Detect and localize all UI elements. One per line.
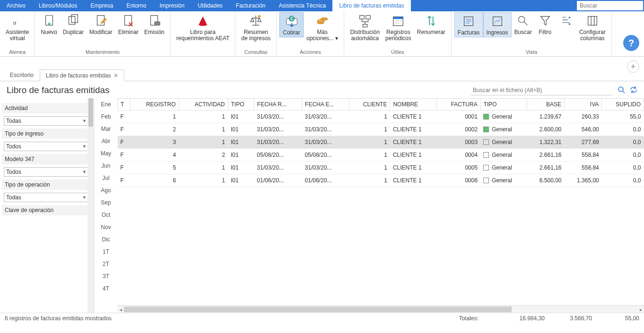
menu-item[interactable]: Asistencia Técnica bbox=[272, 0, 333, 11]
table-row[interactable]: F42I0105/08/20...05/08/20...1CLIENTE 100… bbox=[118, 149, 644, 162]
filter-select[interactable]: Todas▼ bbox=[4, 193, 89, 202]
dist-icon bbox=[357, 13, 373, 28]
column-header[interactable]: REGISTRO bbox=[131, 99, 179, 111]
month-filter[interactable]: Ago bbox=[99, 186, 113, 195]
ribbon-scales-button[interactable]: Resumen de ingresos bbox=[238, 12, 273, 43]
table-row[interactable]: F21I0131/03/20...31/03/20...1CLIENTE 100… bbox=[118, 123, 644, 136]
help-icon[interactable]: ? bbox=[623, 35, 639, 51]
filter-panel: ActividadTodas▼Tipo de ingresoTodos▼Mode… bbox=[0, 98, 95, 313]
ribbon-renum-button[interactable]: Renumerar bbox=[414, 12, 448, 36]
total-iva: 3.566,70 bbox=[545, 315, 592, 322]
ribbon-doc-plus-button[interactable]: Nuevo bbox=[38, 12, 60, 36]
filter-select[interactable]: Todos▼ bbox=[4, 142, 89, 151]
page-title: Libro de facturas emitidas bbox=[7, 85, 110, 95]
svg-point-24 bbox=[618, 87, 623, 92]
svg-point-8 bbox=[258, 15, 261, 18]
ribbon-inc-button[interactable]: Ingresos bbox=[483, 12, 512, 37]
column-header[interactable]: FECHA E... bbox=[302, 99, 349, 111]
ribbon: αAsistente virtualAteneaNuevoDuplicarMod… bbox=[0, 11, 644, 57]
column-header[interactable]: TIPO bbox=[228, 99, 254, 111]
ribbon-cal-button[interactable]: Registros periódicos bbox=[383, 12, 414, 43]
month-filter[interactable]: Jun bbox=[99, 162, 112, 170]
menu-item[interactable]: Libros/Módulos bbox=[32, 0, 84, 11]
svg-text:α: α bbox=[13, 20, 16, 26]
month-filter[interactable]: Abr bbox=[100, 137, 113, 145]
search-icon[interactable] bbox=[618, 86, 625, 95]
month-filter[interactable]: Mar bbox=[99, 125, 113, 133]
month-filter[interactable]: Jul bbox=[100, 174, 111, 182]
grid-horizontal-scrollbar[interactable]: ◂ ▸ bbox=[117, 305, 644, 313]
table-row[interactable]: F61I0101/06/20...01/06/20...1CLIENTE 100… bbox=[118, 174, 644, 187]
ribbon-dist-button[interactable]: Distribución automática bbox=[347, 12, 383, 43]
ribbon-doc-edit-button[interactable]: Modificar bbox=[87, 12, 115, 36]
column-header[interactable]: NOMBRE bbox=[390, 99, 436, 111]
month-filter[interactable]: Sep bbox=[99, 198, 113, 207]
month-filter[interactable]: May bbox=[99, 149, 113, 158]
add-tab-button[interactable]: + bbox=[627, 60, 639, 73]
document-tabs: EscritorioLibro de facturas emitidas✕ bbox=[0, 67, 644, 81]
column-header[interactable]: ACTIVIDAD bbox=[179, 99, 228, 111]
month-filter[interactable]: Oct bbox=[100, 211, 113, 219]
svg-point-22 bbox=[519, 17, 525, 23]
filter-select[interactable]: Todas▼ bbox=[4, 116, 89, 126]
month-filter[interactable]: Dic bbox=[100, 235, 112, 244]
close-icon[interactable]: ✕ bbox=[113, 72, 118, 79]
svg-rect-23 bbox=[588, 17, 597, 26]
ribbon-sort-button[interactable] bbox=[556, 12, 576, 30]
menu-item[interactable]: Archivo bbox=[0, 0, 32, 11]
ribbon-alpha-button[interactable]: αAsistente virtual bbox=[3, 12, 32, 43]
ribbon-doc-del-button[interactable]: Eliminar bbox=[115, 12, 141, 36]
column-header[interactable]: FACTURA bbox=[436, 99, 480, 111]
menu-item[interactable]: Facturación bbox=[229, 0, 272, 11]
global-search-input[interactable] bbox=[577, 1, 643, 10]
table-row[interactable]: F31I0131/03/20...31/03/20...1CLIENTE 100… bbox=[118, 136, 644, 149]
refresh-icon[interactable] bbox=[630, 86, 637, 95]
page-tab[interactable]: Libro de facturas emitidas✕ bbox=[40, 69, 124, 81]
invoices-grid[interactable]: TREGISTROACTIVIDADTIPOFECHA R...FECHA E.… bbox=[117, 98, 644, 305]
doc-del-icon bbox=[121, 13, 136, 28]
renum-icon bbox=[424, 13, 439, 28]
ribbon-pay-button[interactable]: €Cobrar bbox=[279, 12, 304, 37]
column-header[interactable]: T bbox=[118, 99, 131, 111]
table-row[interactable]: F51I0131/03/20...31/03/20...1CLIENTE 100… bbox=[118, 162, 644, 174]
menu-item[interactable]: Entorno bbox=[120, 0, 153, 11]
svg-rect-2 bbox=[69, 17, 75, 25]
menu-item[interactable]: Utilidades bbox=[191, 0, 229, 11]
month-filter[interactable]: Ene bbox=[99, 100, 113, 109]
ribbon-cols-button[interactable]: Configurar columnas bbox=[576, 12, 609, 43]
column-header[interactable]: IVA bbox=[565, 99, 602, 111]
page-tab[interactable]: Escritorio bbox=[4, 69, 40, 81]
ribbon-find-button[interactable]: Buscar bbox=[512, 12, 535, 36]
svg-rect-15 bbox=[359, 16, 364, 19]
column-header[interactable]: SUPLIDO bbox=[602, 99, 644, 111]
month-list: EneFebMarAbrMayJunJulAgoSepOctNovDic1T2T… bbox=[95, 98, 117, 313]
filter-label: Actividad bbox=[2, 103, 91, 113]
ribbon-doc-print-button[interactable]: Emisión bbox=[141, 12, 167, 36]
month-filter[interactable]: Feb bbox=[99, 112, 113, 121]
month-filter[interactable]: 1T bbox=[101, 248, 111, 256]
table-row[interactable]: F11I0131/03/20...31/03/20...1CLIENTE 100… bbox=[118, 111, 644, 123]
filter-select[interactable]: Todos▼ bbox=[4, 167, 89, 177]
menu-item[interactable]: Libro de facturas emitidas bbox=[332, 0, 410, 11]
ribbon-inv-button[interactable]: Facturas bbox=[454, 12, 483, 37]
column-header[interactable]: CLIENTE bbox=[349, 99, 390, 111]
ribbon-filter-button[interactable]: Filtro bbox=[535, 12, 556, 36]
ribbon-aeat-button[interactable]: Libro para requerimientos AEAT bbox=[174, 12, 233, 43]
ribbon-coins-button[interactable]: Más opciones... ▾ bbox=[304, 12, 341, 43]
column-header[interactable]: FECHA R... bbox=[254, 99, 302, 111]
menu-item[interactable]: Empresa bbox=[84, 0, 120, 11]
ribbon-doc-dup-button[interactable]: Duplicar bbox=[60, 12, 87, 36]
month-filter[interactable]: 2T bbox=[101, 260, 111, 268]
filter-scrollbar[interactable] bbox=[87, 98, 94, 313]
month-filter[interactable]: 3T bbox=[101, 272, 111, 281]
aeat-icon bbox=[195, 13, 210, 28]
month-filter[interactable]: Nov bbox=[99, 223, 113, 231]
menu-item[interactable]: Impresión bbox=[153, 0, 191, 11]
file-search-input[interactable] bbox=[471, 85, 613, 95]
column-header[interactable]: TIPO bbox=[480, 99, 527, 111]
column-header[interactable]: BASE bbox=[527, 99, 564, 111]
doc-edit-icon bbox=[93, 13, 108, 28]
filter-label: Tipo de operación bbox=[2, 179, 91, 190]
chevron-down-icon: ▼ bbox=[82, 195, 87, 200]
month-filter[interactable]: 4T bbox=[101, 284, 111, 293]
